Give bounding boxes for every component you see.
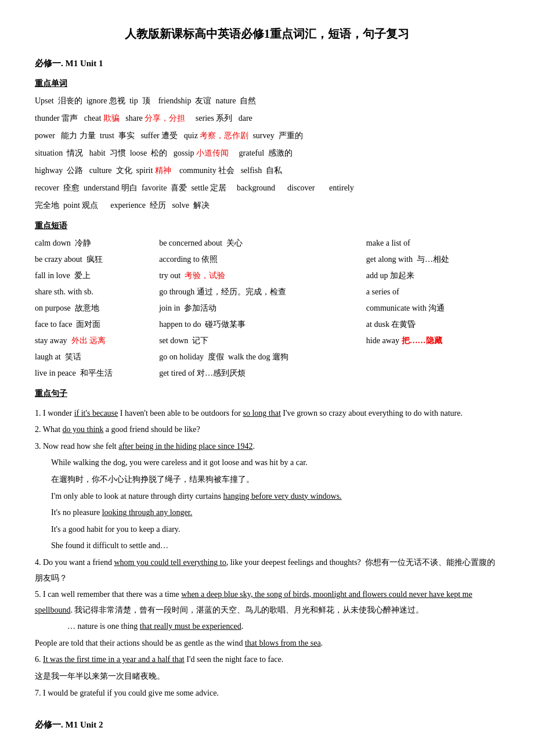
sentence-3e: It's a good habit for you to keep a diar… bbox=[35, 522, 499, 538]
sentence-3b-cn: 在遛狗时，你不小心让狗挣脱了绳子，结果狗被车撞了。 bbox=[35, 472, 499, 488]
phrase-item: face to face 面对面 bbox=[35, 316, 159, 333]
phrase-item: be crazy about 疯狂 bbox=[35, 251, 159, 268]
phrase-item: add up 加起来 bbox=[366, 268, 499, 284]
phrase-item bbox=[366, 365, 499, 381]
sentence-3: 3. Now read how she felt after being in … bbox=[35, 439, 499, 455]
phrase-item: communicate with 沟通 bbox=[366, 300, 499, 316]
section-unit1-title: 必修一. M1 Unit 1 bbox=[35, 56, 499, 71]
sentence-3d: It's no pleasure looking through any lon… bbox=[35, 505, 499, 521]
sentence-3a: While walking the dog, you were careless… bbox=[35, 455, 499, 471]
sentence-title: 重点句子 bbox=[35, 386, 499, 401]
phrase-item: on purpose 故意地 bbox=[35, 300, 159, 316]
phrase-item: get along with 与…相处 bbox=[366, 251, 499, 268]
sentence-2: 2. What do you think a good friend shoul… bbox=[35, 422, 499, 438]
phrase-item: laugh at 笑话 bbox=[35, 349, 159, 365]
phrase-item: according to 依照 bbox=[159, 251, 366, 268]
sentence-6: 6. It was the first time in a year and a… bbox=[35, 652, 499, 668]
phrase-item: share sth. with sb. bbox=[35, 284, 159, 300]
sentence-1: 1. I wonder if it's because I haven't be… bbox=[35, 406, 499, 422]
vocab-title: 重点单词 bbox=[35, 76, 499, 91]
phrase-item: go on holiday 度假 walk the dog 遛狗 bbox=[159, 349, 366, 365]
phrase-item: hide away 把……隐藏 bbox=[366, 333, 499, 349]
phrase-item: calm down 冷静 bbox=[35, 235, 159, 251]
phrase-item: set down 记下 bbox=[159, 333, 366, 349]
phrase-item bbox=[366, 349, 499, 365]
sentence-7: 7. I would be grateful if you could give… bbox=[35, 686, 499, 701]
sentence-5b: People are told that their actions shoul… bbox=[35, 636, 499, 651]
sentence-6-cn: 这是我一年半以来第一次目睹夜晚。 bbox=[35, 669, 499, 685]
phrase-item: be concerned about 关心 bbox=[159, 235, 366, 251]
unit2-title: 必修一. M1 Unit 2 bbox=[35, 717, 499, 733]
phrase-item: happen to do 碰巧做某事 bbox=[159, 316, 366, 333]
phrase-item: at dusk 在黄昏 bbox=[366, 316, 499, 333]
sentence-3f: She found it difficult to settle and… bbox=[35, 538, 499, 554]
sentence-4: 4. Do you want a friend whom you could t… bbox=[35, 555, 499, 586]
sentence-5: 5. I can well remember that there was a … bbox=[35, 587, 499, 618]
phrase-item: get tired of 对…感到厌烦 bbox=[159, 365, 366, 381]
phrase-item: try out 考验，试验 bbox=[159, 268, 366, 284]
phrase-grid: calm down 冷静 be concerned about 关心 make … bbox=[35, 235, 499, 381]
phrase-item: join in 参加活动 bbox=[159, 300, 366, 316]
phrase-item: make a list of bbox=[366, 235, 499, 251]
sentence-3c: I'm only able to look at nature through … bbox=[35, 489, 499, 505]
phrase-item: live in peace 和平生活 bbox=[35, 365, 159, 381]
sentence-section: 1. I wonder if it's because I haven't be… bbox=[35, 406, 499, 701]
phrase-item: fall in love 爱上 bbox=[35, 268, 159, 284]
vocab-content: Upset 泪丧的 ignore 忽视 tip 顶 friendship 友谊 … bbox=[35, 93, 499, 214]
phrase-item: stay away 外出 远离 bbox=[35, 333, 159, 349]
phrase-title: 重点短语 bbox=[35, 218, 499, 233]
phrase-item: go through 通过，经历。完成，检查 bbox=[159, 284, 366, 300]
sentence-5a: … nature is one thing that really must b… bbox=[35, 619, 499, 635]
page-title: 人教版新课标高中英语必修1重点词汇，短语，句子复习 bbox=[35, 23, 499, 44]
phrase-item: a series of bbox=[366, 284, 499, 300]
